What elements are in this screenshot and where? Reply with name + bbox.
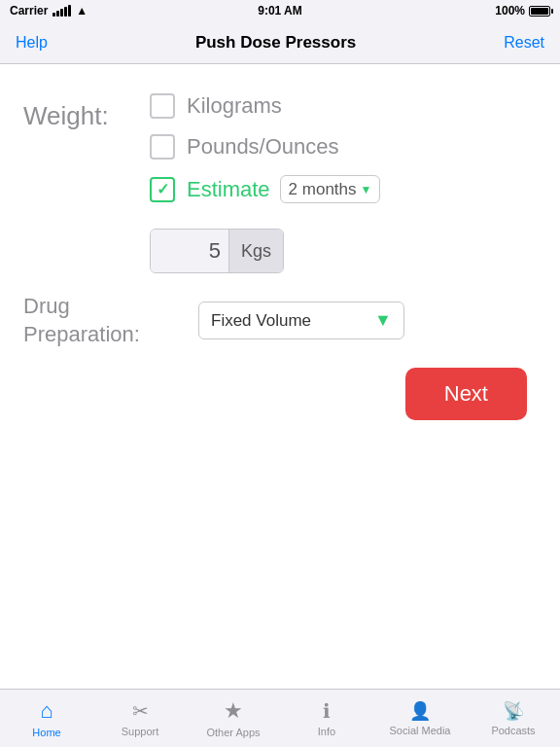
months-select[interactable]: 1 month 2 months 3 months 6 months 1 yea… xyxy=(289,180,357,198)
social-media-label: Social Media xyxy=(390,725,451,736)
drug-preparation-select[interactable]: Fixed Volume Weight-Based Custom xyxy=(211,311,367,330)
estimate-option[interactable]: Estimate 1 month 2 months 3 months 6 mon… xyxy=(150,175,537,203)
podcasts-icon: 📡 xyxy=(503,700,524,722)
pounds-checkbox[interactable] xyxy=(150,134,175,160)
months-dropdown-arrow: ▼ xyxy=(361,183,372,196)
battery-percent: 100% xyxy=(495,4,525,18)
tab-info[interactable]: ℹ Info xyxy=(280,699,373,737)
kgs-input-wrapper: Kgs xyxy=(150,229,284,273)
kilograms-checkbox[interactable] xyxy=(150,93,175,119)
next-button[interactable]: Next xyxy=(405,368,527,420)
estimate-row-inner[interactable]: Estimate xyxy=(150,177,270,202)
social-media-icon: 👤 xyxy=(409,700,431,722)
drug-preparation-dropdown[interactable]: Fixed Volume Weight-Based Custom ▼ xyxy=(198,302,404,339)
kgs-row: Kgs xyxy=(150,229,537,273)
help-button[interactable]: Help xyxy=(16,34,48,52)
drug-dropdown-arrow: ▼ xyxy=(374,310,392,331)
nav-title: Push Dose Pressors xyxy=(195,33,356,53)
weight-section: Weight: Kilograms Pounds/Ounces Estimate xyxy=(23,93,537,273)
home-label: Home xyxy=(32,727,60,738)
status-time: 9:01 AM xyxy=(258,4,302,18)
estimate-label: Estimate xyxy=(187,177,270,202)
tab-podcasts[interactable]: 📡 Podcasts xyxy=(467,700,560,736)
months-dropdown[interactable]: 1 month 2 months 3 months 6 months 1 yea… xyxy=(280,175,381,203)
home-icon: ⌂ xyxy=(40,698,52,724)
estimate-checkbox[interactable] xyxy=(150,177,175,202)
support-icon: ✂ xyxy=(132,699,149,723)
drug-preparation-label: DrugPreparation: xyxy=(23,293,179,348)
next-button-area: Next xyxy=(23,348,537,430)
pounds-option[interactable]: Pounds/Ounces xyxy=(150,134,537,160)
kilograms-label: Kilograms xyxy=(187,93,282,119)
carrier-label: Carrier xyxy=(10,4,48,18)
tab-other-apps[interactable]: ★ Other Apps xyxy=(187,698,280,738)
support-label: Support xyxy=(122,726,159,737)
weight-options: Kilograms Pounds/Ounces Estimate 1 month… xyxy=(150,93,537,273)
weight-label: Weight: xyxy=(23,93,130,131)
tab-social-media[interactable]: 👤 Social Media xyxy=(373,700,467,736)
kgs-input[interactable] xyxy=(151,230,228,272)
status-bar: Carrier ▲ 9:01 AM 100% xyxy=(0,0,560,21)
kilograms-option[interactable]: Kilograms xyxy=(150,93,537,119)
battery-icon xyxy=(529,6,550,17)
nav-bar: Help Push Dose Pressors Reset xyxy=(0,21,560,64)
tab-bar: ⌂ Home ✂ Support ★ Other Apps ℹ Info 👤 S… xyxy=(0,689,560,747)
drug-preparation-section: DrugPreparation: Fixed Volume Weight-Bas… xyxy=(23,293,537,348)
pounds-label: Pounds/Ounces xyxy=(187,134,339,160)
reset-button[interactable]: Reset xyxy=(504,34,544,52)
info-icon: ℹ xyxy=(323,699,331,723)
signal-icon xyxy=(52,5,71,17)
tab-home[interactable]: ⌂ Home xyxy=(0,698,93,738)
status-right: 100% xyxy=(495,4,550,18)
kgs-unit: Kgs xyxy=(228,230,283,272)
info-label: Info xyxy=(318,726,335,737)
other-apps-label: Other Apps xyxy=(206,727,260,738)
main-content: Weight: Kilograms Pounds/Ounces Estimate xyxy=(0,64,560,689)
wifi-icon: ▲ xyxy=(76,4,88,18)
other-apps-icon: ★ xyxy=(224,698,243,724)
podcasts-label: Podcasts xyxy=(491,725,535,736)
tab-support[interactable]: ✂ Support xyxy=(93,699,187,737)
status-left: Carrier ▲ xyxy=(10,4,88,18)
